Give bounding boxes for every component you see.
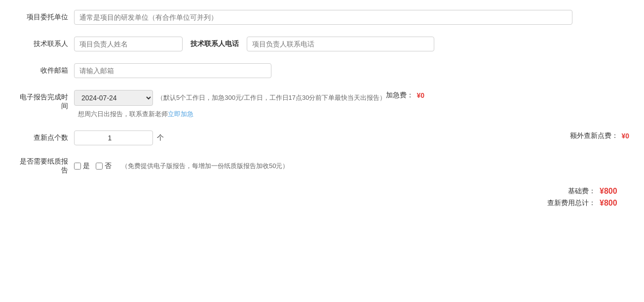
tech-contact-input[interactable] xyxy=(74,37,183,51)
tech-contact-row: 技术联系人 技术联系人电话 xyxy=(15,37,629,51)
query-points-left: 个 xyxy=(74,130,570,145)
email-input[interactable] xyxy=(74,63,271,78)
commission-unit-input[interactable] xyxy=(74,10,572,25)
extra-fee-section: 额外查新点费： ¥0 xyxy=(570,130,629,140)
paper-report-no-item[interactable]: 否 xyxy=(96,162,112,171)
paper-report-yes-label: 是 xyxy=(83,162,90,171)
total-fee-value: ¥800 xyxy=(600,199,629,208)
urgent-fee-section: 加急费： ¥0 xyxy=(386,90,424,100)
tech-contact-label: 技术联系人 xyxy=(15,40,74,48)
query-points-content: 个 额外查新点费： ¥0 xyxy=(74,130,629,145)
extra-fee-label: 额外查新点费： xyxy=(570,131,618,140)
paper-report-label: 是否需要纸质报告 xyxy=(15,157,74,175)
base-fee-row: 基础费： ¥800 xyxy=(568,187,629,196)
paper-report-hint: （免费提供电子版报告，每增加一份纸质版报告加收50元） xyxy=(121,162,289,171)
commission-unit-row: 项目委托单位 xyxy=(15,10,629,25)
paper-report-yes-item[interactable]: 是 xyxy=(74,162,90,171)
tech-contact-group: 技术联系人电话 xyxy=(74,37,434,51)
date-hint: （默认5个工作日，加急300元/工作日，工作日17点30分前下单最快当天出报告） xyxy=(157,93,386,102)
query-points-input[interactable] xyxy=(74,130,153,145)
query-points-row: 查新点个数 个 额外查新点费： ¥0 xyxy=(15,130,629,145)
paper-report-no-label: 否 xyxy=(105,162,112,171)
date-row-first: 2024-07-24 2024-07-25 2024-07-26 2024-07… xyxy=(74,90,386,106)
report-date-label: 电子报告完成时间 xyxy=(15,90,74,111)
date-block: 2024-07-24 2024-07-25 2024-07-26 2024-07… xyxy=(74,90,386,119)
report-date-row: 电子报告完成时间 2024-07-24 2024-07-25 2024-07-2… xyxy=(15,90,629,119)
urgent-fee-value: ¥0 xyxy=(417,91,424,99)
extra-fee-value: ¥0 xyxy=(621,132,629,140)
urgent-fee-label: 加急费： xyxy=(386,91,414,100)
query-points-unit: 个 xyxy=(157,133,164,142)
paper-report-row: 是否需要纸质报告 是 否 （免费提供电子版报告，每增加一份纸质版报告加收50元） xyxy=(15,157,629,175)
email-label: 收件邮箱 xyxy=(15,66,74,75)
commission-unit-label: 项目委托单位 xyxy=(15,13,74,22)
query-points-label: 查新点个数 xyxy=(15,133,74,142)
tech-phone-input[interactable] xyxy=(247,37,434,51)
total-fee-row: 查新费用总计： ¥800 xyxy=(547,199,629,208)
date-hint2-prefix: 想周六日出报告，联系查新老师 xyxy=(78,110,168,119)
base-fee-value: ¥800 xyxy=(600,187,629,196)
tech-phone-label: 技术联系人电话 xyxy=(190,40,239,48)
urgent-link[interactable]: 立即加急 xyxy=(168,110,193,119)
total-fee-label: 查新费用总计： xyxy=(547,199,596,208)
summary-section: 基础费： ¥800 查新费用总计： ¥800 xyxy=(15,187,629,211)
paper-report-no-checkbox[interactable] xyxy=(96,163,103,170)
base-fee-label: 基础费： xyxy=(568,187,596,196)
email-row: 收件邮箱 xyxy=(15,63,629,78)
form-container: 项目委托单位 技术联系人 技术联系人电话 收件邮箱 电子报告完成时间 2024-… xyxy=(15,10,629,211)
paper-report-yes-checkbox[interactable] xyxy=(74,163,81,170)
report-date-content: 2024-07-24 2024-07-25 2024-07-26 2024-07… xyxy=(74,90,629,119)
date-row-second: 想周六日出报告，联系查新老师 立即加急 xyxy=(74,110,386,119)
report-date-select[interactable]: 2024-07-24 2024-07-25 2024-07-26 2024-07… xyxy=(74,90,153,106)
paper-report-group: 是 否 （免费提供电子版报告，每增加一份纸质版报告加收50元） xyxy=(74,162,289,171)
